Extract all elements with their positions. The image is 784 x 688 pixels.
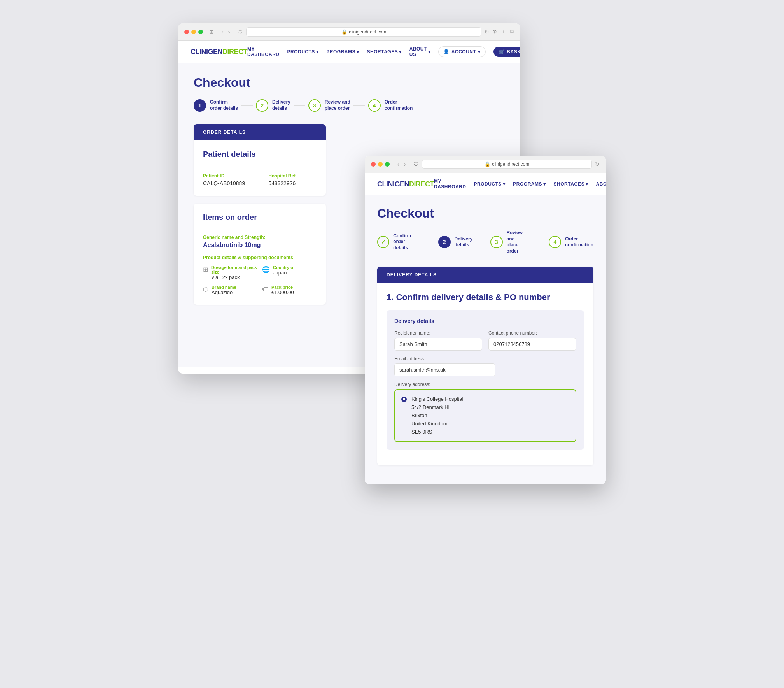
brand-value: Aquazide [212,290,236,295]
page-title: Checkout [194,75,505,90]
forward-button-2[interactable]: › [402,160,408,168]
patient-id-value: CALQ-AB010889 [203,180,245,186]
product-grid: ⊞ Dosage form and pack size Vial, 2x pac… [203,265,317,295]
nav-shortages[interactable]: SHORTAGES ▾ [367,49,402,54]
account-button[interactable]: 👤 Account ▾ [438,46,486,57]
email-input[interactable] [394,363,495,376]
tabs-icon[interactable]: ⧉ [510,28,514,35]
recipients-group: Recipients name: [394,330,482,351]
nav-about[interactable]: ABOUT US ▾ [410,46,431,57]
step-3-label: Review and place order [325,99,350,111]
chevron-down-icon: ▾ [478,49,481,54]
patient-id-label: Patient ID [203,173,245,179]
window-controls [184,30,203,34]
basket-button[interactable]: 🛒 Basket [494,47,520,57]
back-button[interactable]: ‹ [220,28,225,36]
nav-programs-2[interactable]: PROGRAMS ▾ [513,181,546,187]
step-4-circle[interactable]: 4 [368,99,381,112]
maximize-button[interactable] [198,30,203,34]
drug-name: Acalabrutinib 10mg [203,242,317,249]
refresh-icon-2[interactable]: ↻ [595,161,600,167]
step2-3: 3 Review and place order [490,230,531,254]
nav-programs[interactable]: PROGRAMS ▾ [326,49,359,54]
nav-products[interactable]: PRODUCTS ▾ [287,49,319,54]
nav-dashboard-2[interactable]: MY DASHBOARD [434,179,466,190]
sidebar-icon: ⊞ [209,29,214,35]
close-button-2[interactable] [371,162,376,167]
checkout-steps: 1 Confirm order details 2 Delivery detai… [194,99,505,112]
pack-price-field: 🏷 Pack price £1,000.00 [262,285,317,295]
step2-4-circle[interactable]: 4 [549,236,561,248]
patient-fields: Patient ID CALQ-AB010889 Hospital Ref. 5… [203,173,317,186]
share-icon[interactable]: ⊕ [492,28,497,35]
step2-3-label: Review and place order [507,230,531,254]
items-body: Items on order Generic name and Strength… [194,204,326,305]
items-title: Items on order [203,213,317,222]
nav-dashboard[interactable]: MY DASHBOARD [247,46,280,57]
site-logo-2[interactable]: CLINIGENDIRECT [377,180,434,188]
step2-connector-3 [534,242,546,242]
price-icon: 🏷 [262,286,268,293]
nav-items-2: MY DASHBOARD PRODUCTS ▾ PROGRAMS ▾ SHORT… [434,179,606,190]
address-option[interactable]: King's College Hospital 54/2 Denmark Hil… [394,389,576,442]
step2-1-label: Confirm order details [393,233,420,251]
add-tab-icon[interactable]: ＋ [501,28,506,35]
items-card: Items on order Generic name and Strength… [194,204,326,305]
dosage-label: Dosage form and pack size [211,265,257,274]
back-button-2[interactable]: ‹ [396,160,401,168]
recipients-label: Recipients name: [394,330,482,336]
pack-price-value: £1,000.00 [271,290,294,295]
globe-icon: 🌐 [262,266,270,273]
form-row-names: Recipients name: Contact phone number: [394,330,576,351]
phone-group: Contact phone number: [488,330,576,351]
forward-button[interactable]: › [227,28,232,36]
chevron-down-icon-4: ▾ [586,181,588,187]
close-button[interactable] [184,30,189,34]
window-controls-2 [371,162,390,167]
step2-4: 4 Order confirmation [549,236,593,248]
step-1-circle[interactable]: 1 [194,99,206,112]
refresh-icon[interactable]: ↻ [485,29,489,35]
minimize-button-2[interactable] [378,162,383,167]
patient-id-field: Patient ID CALQ-AB010889 [203,173,245,186]
shield-icon: 🛡 [238,29,243,35]
step-connector-2 [294,105,305,106]
country-label: Country of [273,265,295,270]
step2-2-circle[interactable]: 2 [438,236,451,248]
minimize-button[interactable] [191,30,196,34]
step-1: 1 Confirm order details [194,99,238,112]
logo-clinigen-2: CLINIGEN [377,180,409,188]
dosage-icon: ⊞ [203,266,208,273]
lock-icon: 🔒 [341,29,347,35]
nav-about-2[interactable]: ABOU [596,181,606,187]
step2-3-circle[interactable]: 3 [490,236,503,248]
email-group: Email address: [394,356,576,376]
nav-products-2[interactable]: PRODUCTS ▾ [474,181,506,187]
hospital-ref-label: Hospital Ref. [268,173,297,179]
site-logo[interactable]: CLINIGENDIRECT [191,48,247,56]
brand-label: Brand name [212,285,236,290]
step2-1-circle[interactable]: ✓ [377,236,389,248]
maximize-button-2[interactable] [385,162,390,167]
address-bar-2[interactable]: 🔒 clinigendirect.com [422,160,592,169]
nav-shortages-2[interactable]: SHORTAGES ▾ [554,181,588,187]
step-3-circle[interactable]: 3 [308,99,321,112]
form-row-email: Email address: [394,356,576,376]
step-2-circle[interactable]: 2 [256,99,268,112]
order-details-card: ORDER DETAILS Patient details Patient ID… [194,124,326,196]
step-connector-1 [241,105,253,106]
address-bar[interactable]: 🔒 clinigendirect.com [246,27,481,37]
delivery-address-group: Delivery address: King's College Hospita… [394,382,576,442]
chevron-down-icon-3: ▾ [543,181,546,187]
delivery-section-title: 1. Confirm delivery details & PO number [387,292,584,302]
step2-connector-1 [424,242,435,242]
address-text: King's College Hospital 54/2 Denmark Hil… [411,395,463,436]
step-4: 4 Order confirmation [368,99,413,112]
browser-chrome-2: ‹ › 🛡 🔒 clinigendirect.com ↻ [365,156,606,173]
phone-input[interactable] [488,338,576,351]
step2-connector-2 [476,242,487,242]
address-radio[interactable] [401,397,407,402]
dosage-field: ⊞ Dosage form and pack size Vial, 2x pac… [203,265,257,280]
recipients-input[interactable] [394,338,482,351]
chevron-down-icon-2: ▾ [503,181,506,187]
